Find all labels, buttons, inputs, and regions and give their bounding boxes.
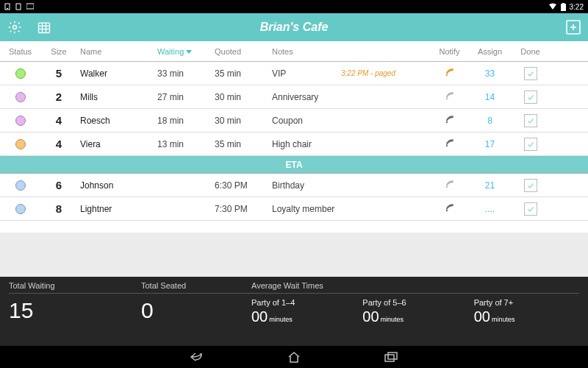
- svg-point-19: [445, 186, 447, 188]
- status-dot: [15, 204, 26, 214]
- guest-name: Lightner: [77, 204, 154, 214]
- assign-number[interactable]: 33: [470, 68, 510, 79]
- status-dot: [15, 139, 26, 149]
- table-row[interactable]: 8 Lightner 7:30 PM Loyalty member ....: [0, 197, 588, 221]
- notify-icon[interactable]: [445, 138, 455, 150]
- notify-icon[interactable]: [445, 67, 455, 79]
- party-size: 5: [40, 67, 77, 79]
- done-checkbox[interactable]: [524, 114, 537, 127]
- bucket-label: Party of 1–4: [251, 298, 356, 307]
- home-button[interactable]: [286, 349, 302, 365]
- paged-text: 3:22 PM - paged: [341, 69, 429, 77]
- calendar-button[interactable]: [34, 17, 54, 38]
- svg-point-6: [13, 26, 17, 29]
- col-assign[interactable]: Assign: [470, 47, 510, 56]
- assign-number[interactable]: 14: [470, 92, 510, 102]
- assign-number[interactable]: 17: [470, 139, 510, 149]
- notes-text: VIP: [269, 68, 341, 79]
- col-quoted[interactable]: Quoted: [212, 47, 269, 56]
- col-status[interactable]: Status: [0, 47, 40, 56]
- done-checkbox[interactable]: [524, 138, 537, 151]
- guest-name: Roesch: [77, 116, 154, 126]
- guest-name: Walker: [77, 68, 154, 79]
- table-row[interactable]: 6 Johnson 6:30 PM Birthday 21: [0, 174, 588, 197]
- svg-rect-7: [39, 23, 50, 32]
- app-header: Brian's Cafe: [0, 13, 588, 41]
- notify-icon[interactable]: [445, 91, 455, 103]
- svg-rect-21: [385, 355, 394, 361]
- col-size[interactable]: Size: [40, 47, 77, 56]
- table-header: Status Size Name Waiting Quoted Notes No…: [0, 41, 588, 62]
- party-size: 4: [40, 114, 77, 127]
- back-button[interactable]: [189, 349, 205, 365]
- battery-icon: [561, 3, 566, 11]
- bucket-unit: minutes: [492, 316, 515, 323]
- bucket-label: Party of 7+: [474, 298, 579, 307]
- done-checkbox[interactable]: [524, 202, 537, 216]
- eta-section-header: ETA: [0, 156, 588, 174]
- svg-point-16: [445, 98, 447, 99]
- svg-rect-22: [388, 353, 397, 359]
- bucket-minutes: 00: [362, 308, 379, 325]
- svg-point-17: [445, 121, 447, 123]
- device-icon: [26, 3, 34, 10]
- svg-point-15: [445, 74, 447, 76]
- assign-number[interactable]: 8: [470, 116, 510, 126]
- assign-number[interactable]: ....: [470, 204, 510, 214]
- android-status-bar: 3:22: [0, 0, 588, 13]
- quoted-time: 30 min: [212, 116, 269, 126]
- total-seated-value: 0: [141, 298, 251, 323]
- quoted-time: 35 min: [212, 139, 269, 149]
- party-size: 2: [40, 91, 77, 103]
- col-waiting[interactable]: Waiting: [154, 47, 212, 56]
- table-row[interactable]: 5 Walker 33 min 35 min VIP 3:22 PM - pag…: [0, 62, 588, 85]
- wifi-icon: [548, 3, 557, 10]
- bucket-unit: minutes: [381, 316, 404, 323]
- svg-point-18: [445, 145, 447, 146]
- table-row[interactable]: 2 Mills 27 min 30 min Anniversary 14: [0, 85, 588, 109]
- waiting-time: 13 min: [154, 139, 212, 149]
- notify-icon[interactable]: [445, 202, 455, 215]
- total-seated-label: Total Seated: [141, 281, 251, 290]
- device-icon: [15, 3, 23, 10]
- notes-text: High chair: [269, 139, 341, 149]
- notes-text: Loyalty member: [269, 204, 341, 214]
- notes-text: Coupon: [269, 116, 341, 126]
- restaurant-title: Brian's Cafe: [260, 21, 329, 34]
- party-size: 8: [40, 202, 77, 215]
- svg-rect-3: [26, 4, 34, 9]
- bucket-minutes: 00: [474, 308, 490, 325]
- table-row[interactable]: 4 Viera 13 min 35 min High chair 17: [0, 132, 588, 156]
- total-waiting-value: 15: [9, 298, 141, 323]
- done-checkbox[interactable]: [524, 67, 537, 80]
- quoted-time: 6:30 PM: [212, 180, 269, 191]
- col-name[interactable]: Name: [77, 47, 154, 56]
- guest-name: Johnson: [77, 180, 154, 191]
- bucket-label: Party of 5–6: [362, 298, 467, 307]
- device-icon: [4, 3, 12, 10]
- settings-button[interactable]: [4, 17, 25, 38]
- awt-label: Average Wait Times: [251, 281, 579, 290]
- col-notes[interactable]: Notes: [269, 47, 341, 56]
- assign-number[interactable]: 21: [470, 180, 510, 191]
- quoted-time: 35 min: [212, 68, 269, 79]
- svg-rect-5: [562, 3, 564, 4]
- col-done[interactable]: Done: [510, 47, 551, 56]
- guest-name: Mills: [77, 92, 154, 102]
- done-checkbox[interactable]: [524, 179, 537, 192]
- col-notify[interactable]: Notify: [429, 47, 470, 56]
- total-waiting-label: Total Waiting: [9, 281, 141, 290]
- notes-text: Birthday: [269, 180, 341, 191]
- done-checkbox[interactable]: [524, 91, 537, 104]
- recent-button[interactable]: [383, 349, 399, 365]
- notify-icon[interactable]: [445, 179, 455, 191]
- quoted-time: 7:30 PM: [212, 204, 269, 214]
- svg-rect-2: [16, 4, 21, 10]
- quoted-time: 30 min: [212, 92, 269, 102]
- waiting-time: 18 min: [154, 116, 212, 126]
- table-row[interactable]: 4 Roesch 18 min 30 min Coupon 8: [0, 109, 588, 132]
- status-dot: [15, 180, 26, 191]
- notify-icon[interactable]: [445, 114, 455, 127]
- svg-point-20: [445, 210, 447, 211]
- add-button[interactable]: [563, 17, 584, 38]
